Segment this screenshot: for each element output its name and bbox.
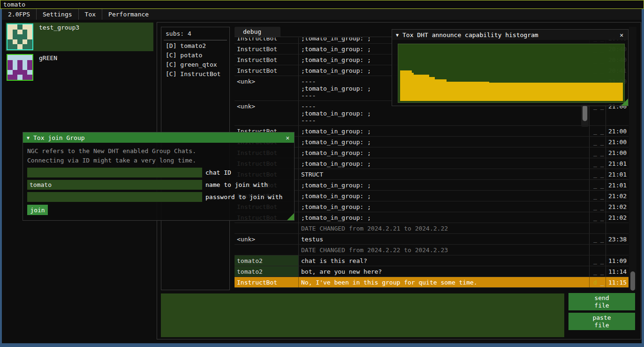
join-group-window-title-bar[interactable]: ▼ Tox join Group ✕ [23,132,294,143]
read-flag: _ [600,160,604,169]
chat-row-message: ;tomato_in_group: ; [299,212,590,223]
join-group-window-body: NGC refers to the New DHT enabled Group … [23,143,294,215]
chat-row-flags: _ _ [590,137,606,147]
close-icon[interactable]: ✕ [619,31,624,39]
delivery-flag: _ [593,149,597,158]
paste-file-button[interactable]: paste file [568,313,635,330]
chat-row-message: testus [299,234,590,244]
join-info-line: Connecting via ID might take a very long… [27,156,290,165]
read-flag: _ [600,257,604,266]
subs-member-potato[interactable]: [C] potato [166,51,229,60]
collapse-arrow-icon[interactable]: ▼ [27,135,30,140]
chat-row-message: ;tomato_in_group: ; [299,180,590,190]
collapse-arrow-icon[interactable]: ▼ [396,32,399,38]
read-flag: _ [600,182,604,190]
subs-member-list: [D] tomato2[C] potato[C] green_qtox[C] I… [166,41,229,79]
message-pane-scrollbar[interactable] [581,104,589,127]
window-title-bar[interactable]: tomato [0,0,644,9]
delivery-flag: d [593,279,597,287]
chat-row-timestamp: 11:09 [606,255,629,266]
chat-row-timestamp: 21:02 [606,212,629,223]
chat-row-message: bot, are you new here? [299,266,590,277]
chat-row-sender [235,245,299,255]
chat-row-sender: InstructBot [235,38,299,43]
resize-grip[interactable] [287,213,294,220]
chat-row: <unk> testus _ _ 23:38 [235,234,629,245]
histogram-window: ▼ Tox DHT announce capability histogram … [392,29,629,106]
read-flag: _ [600,214,604,223]
subs-count: subs: 4 [166,30,229,37]
subs-member-green_qtox[interactable]: [C] green_qtox [166,60,229,69]
chat-scrollbar[interactable] [629,27,636,290]
message-pane-scrollbar-thumb[interactable] [583,105,587,121]
join-field-input[interactable] [27,168,202,177]
chat-row-message: DATE CHANGED from 2024.2.21 to 2024.2.22 [299,223,590,233]
chat-row-message: ;tomato_in_group: ; [299,137,590,147]
chat-row-message: ;tomato_in_group: ; [299,158,590,169]
histogram-window-title: Tox DHT announce capability histogram [402,31,619,39]
menu-item-performance[interactable]: Performance [102,9,155,20]
join-field-input[interactable] [27,180,202,190]
window-border-left [0,9,2,347]
chat-row: DATE CHANGED from 2024.2.21 to 2024.2.22 [235,223,629,234]
chat-row-flags: _ _ [590,191,606,201]
join-field-label: password to join with [205,193,282,200]
resize-grip[interactable] [621,99,628,106]
chat-row: tomato2 chat is this real? _ _ 11:09 [235,255,629,266]
join-field-input[interactable] [27,192,202,202]
read-flag: _ [600,171,604,179]
chat-row: tomato2 bot, are you new here? _ _ 11:14 [235,266,629,277]
join-button[interactable]: join [27,205,48,215]
chat-row-sender: tomato2 [235,266,299,277]
menu-item-fps: 2.0FPS [2,9,36,20]
chat-row-message: ;tomato_in_group: ; [299,147,590,158]
menu-item-settings[interactable]: Settings [36,9,78,20]
delivery-flag: _ [593,103,597,125]
chat-row-flags: d _ [590,277,606,287]
chat-row-flags: _ _ [590,266,606,277]
delivery-flag: _ [593,214,597,223]
tab-debug[interactable]: debug [235,27,280,37]
read-flag: _ [600,203,604,212]
group-name: test_group3 [39,24,79,31]
chat-row-message: ;tomato_in_group: ; [299,191,590,201]
send-file-button[interactable]: send file [568,293,635,310]
delivery-flag: _ [593,160,597,169]
chat-row-timestamp: 21:01 [606,180,629,190]
subs-member-instructbot[interactable]: [C] InstructBot [166,69,229,79]
chat-row-flags: _ _ [590,158,606,169]
join-field-name: name to join with [27,180,290,190]
delivery-flag: _ [593,236,597,244]
chat-scrollbar-thumb[interactable] [630,271,635,291]
chat-row-flags [590,223,606,233]
window-border-right [642,9,644,347]
read-flag: _ [600,193,604,201]
chat-row-flags: _ _ [590,126,606,136]
chat-row-sender: <unk> [235,234,299,244]
group-list-item-test_group3[interactable]: test_group3 [6,23,153,51]
window-title: tomato [3,1,25,8]
subs-member-tomato2[interactable]: [D] tomato2 [166,41,229,51]
chat-row-flags: _ _ [590,169,606,179]
group-avatar-green [7,54,33,81]
delivery-flag: _ [593,203,597,212]
close-icon[interactable]: ✕ [285,134,290,141]
chat-row-timestamp: 21:00 [606,147,629,158]
chat-row-message: DATE CHANGED from 2024.2.22 to 2024.2.23 [299,245,590,255]
histogram-plot[interactable] [398,44,625,103]
chat-row-flags: _ _ [590,180,606,190]
delivery-flag: _ [593,268,597,277]
chat-row-timestamp: 21:00 [606,137,629,147]
read-flag: _ [600,128,604,136]
chat-row-sender: <unk> [235,101,299,125]
join-field-label: name to join with [205,181,268,188]
subs-separator [164,40,227,40]
group-list-item-green[interactable]: gREEN [6,53,153,82]
menu-item-tox[interactable]: Tox [78,9,102,20]
chat-row-timestamp: 21:00 [606,126,629,136]
chat-row-sender [235,223,299,233]
chat-row-timestamp: 21:01 [606,169,629,179]
histogram-window-title-bar[interactable]: ▼ Tox DHT announce capability histogram … [392,30,628,40]
message-input[interactable] [161,293,564,337]
chat-row-message: chat is this real? [299,255,590,266]
